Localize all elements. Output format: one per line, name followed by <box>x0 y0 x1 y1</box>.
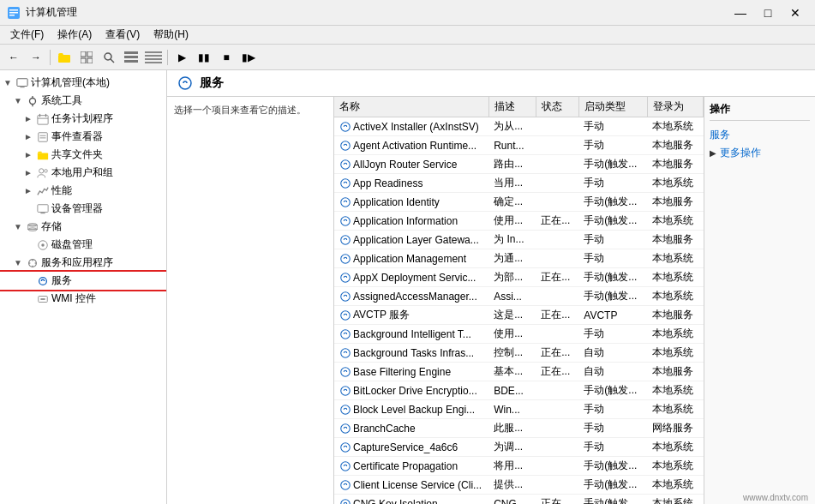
grid-button[interactable] <box>76 48 97 67</box>
service-desc: 提供... <box>488 476 536 495</box>
detail-button[interactable] <box>143 48 164 67</box>
svg-point-67 <box>341 461 351 471</box>
table-row[interactable]: Application Information 使用... 正在... 手动(触… <box>334 212 704 231</box>
svg-rect-17 <box>145 62 162 63</box>
menu-view[interactable]: 查看(V) <box>99 26 147 44</box>
sidebar-item-services[interactable]: ► 服务 <box>0 272 166 290</box>
svg-point-62 <box>341 367 351 376</box>
actions-services-label: 服务 <box>710 128 730 142</box>
service-status: 正在... <box>536 363 578 381</box>
menu-action[interactable]: 操作(A) <box>51 26 99 44</box>
sidebar-item-computer[interactable]: ▼ 计算机管理(本地) <box>0 74 166 92</box>
table-row[interactable]: App Readiness 当用... 手动 本地系统 <box>334 174 704 193</box>
col-name[interactable]: 名称 <box>334 97 488 117</box>
services-content: 选择一个项目来查看它的描述。 名称 描述 状态 启动类型 登录为 <box>167 97 815 504</box>
service-name: Certificate Propagation <box>334 457 488 476</box>
service-row-icon <box>339 328 351 340</box>
table-row[interactable]: Base Filtering Engine 基本... 正在... 自动 本地服… <box>334 363 704 381</box>
watermark: wwww.dnxtv.com <box>743 493 808 502</box>
col-starttype[interactable]: 启动类型 <box>578 97 647 117</box>
service-desc: 为部... <box>488 268 536 287</box>
table-row[interactable]: CNG Key Isolation CNG 正在... 手动(触发... 本地系… <box>334 495 704 505</box>
title-bar-left: 计算机管理 <box>7 5 77 20</box>
expand-arrow-11: ▼ <box>14 258 24 267</box>
service-name: CaptureService_4a6c6 <box>334 438 488 457</box>
sidebar-label: 计算机管理(本地) <box>31 75 110 90</box>
service-row-icon <box>339 423 351 435</box>
table-row[interactable]: Application Identity 确定... 手动(触发... 本地服务 <box>334 193 704 212</box>
menu-help[interactable]: 帮助(H) <box>147 26 195 44</box>
stop-button[interactable]: ■ <box>216 48 237 67</box>
folder-button[interactable] <box>54 48 75 67</box>
col-logon[interactable]: 登录为 <box>647 97 703 117</box>
list-button[interactable] <box>121 48 141 67</box>
service-desc: CNG <box>488 495 536 505</box>
actions-more-link[interactable]: ▶ 更多操作 <box>710 144 810 162</box>
right-panel: 服务 选择一个项目来查看它的描述。 名称 描述 状态 启动类型 登录为 <box>167 70 815 504</box>
actions-services-link[interactable]: 服务 <box>710 126 810 144</box>
table-row[interactable]: Certificate Propagation 将用... 手动(触发... 本… <box>334 457 704 476</box>
svg-rect-3 <box>9 15 15 16</box>
back-button[interactable]: ← <box>3 48 24 67</box>
table-row[interactable]: Background Tasks Infras... 控制... 正在... 自… <box>334 344 704 363</box>
col-status[interactable]: 状态 <box>536 97 578 117</box>
search-toolbar-button[interactable] <box>99 48 119 67</box>
table-row[interactable]: AVCTP 服务 这是... 正在... AVCTP 本地服务 <box>334 306 704 325</box>
expand-arrow: ▼ <box>3 78 14 87</box>
sidebar-item-disk-management[interactable]: ► 磁盘管理 <box>0 236 166 254</box>
svg-point-59 <box>341 310 351 320</box>
table-row[interactable]: AssignedAccessManager... Assi... 手动(触发..… <box>334 287 704 306</box>
col-desc[interactable]: 描述 <box>488 97 536 117</box>
sidebar-item-performance[interactable]: ► 性能 <box>0 182 166 200</box>
device-icon <box>37 203 49 215</box>
service-name: Background Intelligent T... <box>334 325 488 344</box>
svg-point-52 <box>341 178 351 188</box>
maximize-button[interactable]: □ <box>755 4 781 21</box>
minimize-button[interactable]: — <box>728 4 753 21</box>
forward-button[interactable]: → <box>26 48 46 67</box>
table-row[interactable]: AllJoyn Router Service 路由... 手动(触发... 本地… <box>334 155 704 174</box>
sidebar-item-system-tools[interactable]: ▼ 系统工具 <box>0 92 166 110</box>
sidebar-item-device-manager[interactable]: ► 设备管理器 <box>0 200 166 218</box>
sidebar-item-event-viewer[interactable]: ► 事件查看器 <box>0 128 166 146</box>
service-status: 正在... <box>536 344 578 363</box>
sidebar-item-storage[interactable]: ▼ 存储 <box>0 218 166 236</box>
table-row[interactable]: Application Layer Gatewa... 为 In... 手动 本… <box>334 231 704 249</box>
restart-button[interactable]: ▮▶ <box>238 48 259 67</box>
service-desc: 为通... <box>488 249 536 268</box>
table-row[interactable]: BitLocker Drive Encryptio... BDE... 手动(触… <box>334 381 704 400</box>
services-header-icon <box>177 75 193 91</box>
service-row-icon <box>339 441 351 453</box>
pause-button[interactable]: ▮▮ <box>194 48 214 67</box>
service-name: Agent Activation Runtime... <box>334 136 488 155</box>
sidebar-item-local-users[interactable]: ► 本地用户和组 <box>0 164 166 182</box>
service-starttype: 手动 <box>578 136 647 155</box>
sidebar-item-wmi[interactable]: ► WMI 控件 <box>0 290 166 308</box>
service-desc: 为 In... <box>488 231 536 249</box>
sidebar-item-services-apps[interactable]: ▼ 服务和应用程序 <box>0 254 166 272</box>
close-button[interactable]: ✕ <box>782 4 808 21</box>
play-button[interactable]: ▶ <box>171 48 192 67</box>
service-row-icon <box>339 177 351 189</box>
table-row[interactable]: CaptureService_4a6c6 为调... 手动 本地系统 <box>334 438 704 457</box>
table-row[interactable]: ActiveX Installer (AxInstSV) 为从... 手动 本地… <box>334 117 704 136</box>
sidebar-label: 共享文件夹 <box>51 147 103 162</box>
menu-bar: 文件(F) 操作(A) 查看(V) 帮助(H) <box>0 26 815 45</box>
service-desc: 控制... <box>488 344 536 363</box>
table-row[interactable]: Application Management 为通... 手动 本地系统 <box>334 249 704 268</box>
svg-rect-11 <box>124 51 138 54</box>
table-row[interactable]: BranchCache 此服... 手动 网络服务 <box>334 419 704 438</box>
sidebar-item-task-scheduler[interactable]: ► 任务计划程序 <box>0 110 166 128</box>
table-row[interactable]: AppX Deployment Servic... 为部... 正在... 手动… <box>334 268 704 287</box>
service-status: 正在... <box>536 212 578 231</box>
menu-file[interactable]: 文件(F) <box>3 26 51 44</box>
services-table[interactable]: 名称 描述 状态 启动类型 登录为 Active <box>334 97 704 504</box>
sidebar-item-shared-folders[interactable]: ► 共享文件夹 <box>0 146 166 164</box>
table-row[interactable]: Agent Activation Runtime... Runt... 手动 本… <box>334 136 704 155</box>
table-row[interactable]: Background Intelligent T... 使用... 手动 本地系… <box>334 325 704 344</box>
svg-rect-30 <box>38 153 48 159</box>
table-row[interactable]: Block Level Backup Engi... Win... 手动 本地系… <box>334 400 704 419</box>
table-row[interactable]: Client License Service (Cli... 提供... 手动(… <box>334 476 704 495</box>
service-name: Application Identity <box>334 193 488 212</box>
computer-icon <box>16 77 28 89</box>
